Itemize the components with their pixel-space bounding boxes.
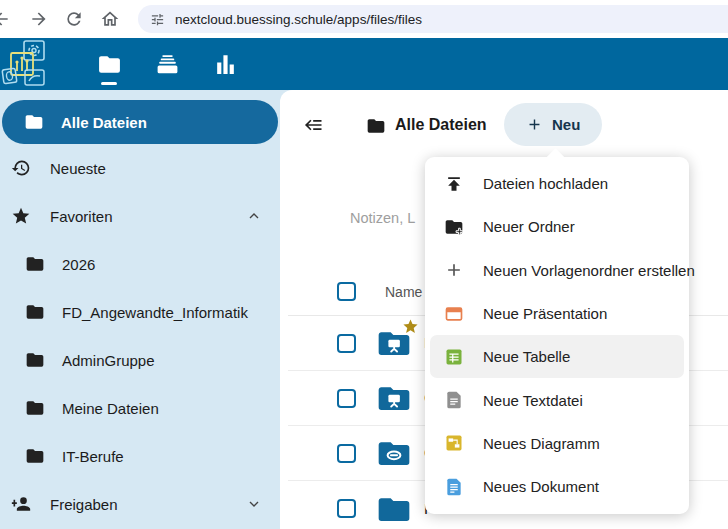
menu-item-label: Neue Tabelle xyxy=(483,348,570,365)
sidebar-item-favoriten[interactable]: Favoriten xyxy=(0,192,280,240)
plus-icon xyxy=(526,116,543,133)
app-files-icon[interactable] xyxy=(84,38,134,90)
browser-reload-icon[interactable] xyxy=(64,9,84,29)
folder-icon xyxy=(25,302,45,322)
sidebar-item-label: AdminGruppe xyxy=(62,352,155,369)
sidebar-item-it-berufe[interactable]: IT-Berufe xyxy=(0,432,280,480)
upload-icon xyxy=(444,174,464,194)
folder-icon xyxy=(25,446,45,466)
new-button-label: Neu xyxy=(552,116,580,133)
browser-home-icon[interactable] xyxy=(100,9,120,29)
menu-item-label: Neuer Ordner xyxy=(483,218,575,235)
menu-item-neue-textdatei[interactable]: Neue Textdatei xyxy=(430,378,684,421)
row-checkbox[interactable] xyxy=(337,389,356,408)
sidebar-item-label: Alle Dateien xyxy=(61,114,147,131)
app-analytics-icon[interactable] xyxy=(200,38,250,90)
new-button[interactable]: Neu xyxy=(504,103,602,146)
menu-item-dateien-hochladen[interactable]: Dateien hochladen xyxy=(430,162,684,205)
school-logo[interactable] xyxy=(0,38,58,90)
sidebar-item-freigaben[interactable]: Freigaben xyxy=(0,480,280,528)
shared-folder-icon xyxy=(376,382,412,414)
textfile-icon xyxy=(444,390,464,410)
row-checkbox[interactable] xyxy=(337,444,356,463)
column-header-name[interactable]: Name xyxy=(385,284,422,300)
folder-icon xyxy=(25,254,45,274)
star-icon xyxy=(11,206,31,226)
spreadsheet-icon xyxy=(444,347,464,367)
folder-icon xyxy=(25,350,45,370)
menu-item-label: Neues Dokument xyxy=(483,478,599,495)
site-settings-icon xyxy=(150,12,165,27)
breadcrumb-folder-icon xyxy=(366,116,386,136)
menu-item-label: Neues Diagramm xyxy=(483,435,600,452)
favorite-star-icon xyxy=(402,318,419,335)
folder-icon xyxy=(25,398,45,418)
sidebar-item-label: Neueste xyxy=(50,160,106,177)
presentation-icon xyxy=(444,304,464,324)
menu-item-label: Neue Textdatei xyxy=(483,392,583,409)
sidebar-item-admingruppe[interactable]: AdminGruppe xyxy=(0,336,280,384)
menu-item-neuen-vorlagenordner-erstellen[interactable]: Neuen Vorlagenordner erstellen xyxy=(430,249,684,292)
browser-forward-icon[interactable] xyxy=(29,9,49,29)
folder-icon xyxy=(376,493,412,525)
app-header xyxy=(0,38,728,90)
workspace-placeholder[interactable]: Notizen, L xyxy=(350,210,415,226)
screen: nextcloud.buessing.schule/apps/files/fil… xyxy=(0,0,728,529)
sidebar-item-label: Freigaben xyxy=(50,496,118,513)
sidebar-item-meine-dateien[interactable]: Meine Dateien xyxy=(0,384,280,432)
sidebar-toggle-icon[interactable] xyxy=(304,115,326,135)
row-checkbox[interactable] xyxy=(337,334,356,353)
menu-item-label: Dateien hochladen xyxy=(483,175,608,192)
content-header: Alle Dateien Neu xyxy=(280,103,728,146)
files-sidebar: Alle Dateien Neueste Favoriten xyxy=(0,90,280,529)
url-bar[interactable]: nextcloud.buessing.schule/apps/files/fil… xyxy=(138,5,728,33)
menu-item-neuer-ordner[interactable]: Neuer Ordner xyxy=(430,205,684,248)
sidebar-item-label: Meine Dateien xyxy=(62,400,159,417)
diagram-icon xyxy=(444,433,464,453)
sidebar-item-neueste[interactable]: Neueste xyxy=(0,144,280,192)
browser-chrome: nextcloud.buessing.schule/apps/files/fil… xyxy=(0,0,728,38)
sidebar-item-2026[interactable]: 2026 xyxy=(0,240,280,288)
chevron-up-icon[interactable] xyxy=(246,208,262,224)
url-text: nextcloud.buessing.schule/apps/files/fil… xyxy=(175,12,422,27)
new-menu: Dateien hochladen Neuer Ordner Neuen Vor… xyxy=(425,157,689,514)
history-icon xyxy=(11,158,31,178)
menu-item-neues-diagramm[interactable]: Neues Diagramm xyxy=(430,422,684,465)
menu-item-neue-tabelle[interactable]: Neue Tabelle xyxy=(430,335,684,378)
link-folder-icon xyxy=(376,437,412,469)
folder-icon xyxy=(24,112,44,132)
sidebar-item-label: FD_Angewandte_Informatik xyxy=(62,304,248,321)
menu-item-neues-dokument[interactable]: Neues Dokument xyxy=(430,465,684,508)
sidebar-item-label: Favoriten xyxy=(50,208,113,225)
sidebar-item-label: IT-Berufe xyxy=(62,448,124,465)
sidebar-item-label: 2026 xyxy=(62,256,95,273)
plus-icon xyxy=(444,260,464,280)
sidebar-item-fd-angewandte-informatik[interactable]: FD_Angewandte_Informatik xyxy=(0,288,280,336)
shared-folder-icon xyxy=(376,327,412,359)
select-all-checkbox[interactable] xyxy=(337,282,356,301)
breadcrumb[interactable]: Alle Dateien xyxy=(395,116,487,134)
sidebar-item-alle-dateien[interactable]: Alle Dateien xyxy=(2,100,278,144)
app-paper-stack-icon[interactable] xyxy=(142,38,192,90)
account-plus-icon xyxy=(11,494,31,514)
menu-item-label: Neue Präsentation xyxy=(483,305,607,322)
menu-item-label: Neuen Vorlagenordner erstellen xyxy=(483,262,695,279)
chevron-down-icon[interactable] xyxy=(246,496,262,512)
row-checkbox[interactable] xyxy=(337,499,356,518)
document-icon xyxy=(444,477,464,497)
folder-plus-icon xyxy=(444,217,464,237)
menu-item-neue-praesentation[interactable]: Neue Präsentation xyxy=(430,292,684,335)
browser-back-icon[interactable] xyxy=(0,9,11,29)
